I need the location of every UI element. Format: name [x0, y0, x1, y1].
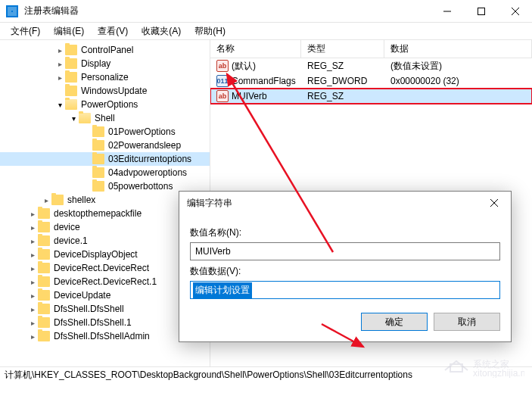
- tree-item-label: DfsShell.DfsShell.1: [53, 317, 132, 328]
- value-name: MUIVerb: [232, 91, 267, 101]
- chevron-right-icon[interactable]: ▸: [27, 223, 38, 232]
- tree-item-label: DeviceUpdate: [53, 290, 110, 301]
- chevron-right-icon[interactable]: ▸: [54, 46, 65, 55]
- tree-item-label: ControlPanel: [80, 45, 133, 55]
- tree-item[interactable]: ▸ControlPanel: [0, 43, 210, 57]
- folder-icon: [38, 235, 50, 246]
- chevron-right-icon[interactable]: ▸: [54, 60, 65, 68]
- list-header: 名称 类型 数据: [210, 40, 532, 58]
- menu-help[interactable]: 帮助(H): [188, 23, 232, 39]
- tree-item[interactable]: 03Editcurrentoptions: [0, 152, 210, 166]
- status-path: 计算机\HKEY_CLASSES_ROOT\DesktopBackground\…: [5, 369, 412, 382]
- value-data-label: 数值数据(V):: [190, 265, 500, 278]
- col-header-data[interactable]: 数据: [384, 40, 532, 58]
- folder-icon: [38, 290, 50, 301]
- chevron-right-icon[interactable]: ▸: [27, 305, 38, 313]
- folder-icon: [38, 263, 50, 273]
- folder-icon: [38, 222, 50, 232]
- ok-button[interactable]: 确定: [361, 313, 428, 331]
- chevron-right-icon[interactable]: ▸: [27, 251, 38, 259]
- reg-string-icon: ab: [216, 90, 229, 102]
- list-row[interactable]: abMUIVerbREG_SZ: [210, 89, 532, 104]
- dialog-close-button[interactable]: [477, 192, 511, 214]
- maximize-button[interactable]: [464, 0, 498, 22]
- value-type: REG_SZ: [301, 61, 384, 71]
- tree-item-label: Personalize: [80, 72, 129, 83]
- value-type: REG_DWORD: [301, 76, 384, 86]
- tree-item[interactable]: 04advpoweroptions: [0, 166, 210, 179]
- folder-icon: [92, 140, 104, 151]
- folder-icon: [92, 126, 104, 137]
- folder-icon: [65, 72, 77, 83]
- tree-item-label: DeviceRect.DeviceRect: [53, 263, 149, 273]
- reg-binary-icon: 011: [216, 75, 229, 87]
- folder-icon: [92, 154, 104, 164]
- chevron-right-icon[interactable]: ▸: [41, 196, 51, 204]
- tree-item[interactable]: 02Powerandsleep: [0, 139, 210, 152]
- folder-icon: [65, 58, 77, 69]
- chevron-right-icon[interactable]: ▸: [27, 291, 38, 300]
- tree-item-label: device.1: [53, 235, 88, 246]
- tree-item-label: 05powerbottons: [107, 181, 173, 192]
- folder-icon: [38, 208, 50, 219]
- dialog-title: 编辑字符串: [187, 197, 232, 210]
- chevron-right-icon[interactable]: ▸: [54, 73, 65, 82]
- tree-item-label: device: [53, 222, 80, 232]
- minimize-button[interactable]: [430, 0, 464, 22]
- chevron-right-icon[interactable]: ▸: [27, 210, 38, 218]
- value-name-input[interactable]: [190, 242, 500, 260]
- chevron-right-icon[interactable]: ▸: [27, 264, 38, 273]
- chevron-right-icon[interactable]: ▸: [27, 278, 38, 286]
- folder-icon: [65, 99, 77, 110]
- chevron-down-icon[interactable]: ▾: [68, 114, 79, 123]
- tree-item-label: DfsShell.DfsShellAdmin: [53, 331, 150, 341]
- col-header-type[interactable]: 类型: [301, 40, 384, 58]
- menu-edit[interactable]: 编辑(E): [48, 23, 90, 39]
- menu-favorites[interactable]: 收藏夹(A): [135, 23, 187, 39]
- titlebar: 注册表编辑器: [0, 0, 532, 23]
- tree-item[interactable]: 01PowerOptions: [0, 125, 210, 139]
- tree-item-label: DeviceDisplayObject: [53, 249, 138, 260]
- folder-icon: [38, 331, 50, 341]
- chevron-right-icon[interactable]: ▸: [27, 237, 38, 245]
- folder-icon: [92, 167, 104, 178]
- value-name-label: 数值名称(N):: [190, 226, 500, 239]
- tree-item-label: WindowsUpdate: [80, 86, 147, 96]
- folder-icon: [38, 249, 50, 260]
- col-header-name[interactable]: 名称: [210, 40, 301, 58]
- tree-item-label: DfsShell.DfsShell: [53, 304, 124, 314]
- folder-icon: [79, 113, 91, 123]
- statusbar: 计算机\HKEY_CLASSES_ROOT\DesktopBackground\…: [0, 366, 532, 383]
- tree-item-label: 04advpoweroptions: [107, 167, 187, 178]
- reg-string-icon: ab: [216, 60, 229, 72]
- tree-item[interactable]: ▸Display: [0, 57, 210, 70]
- close-button[interactable]: [498, 0, 532, 22]
- folder-icon: [38, 317, 50, 328]
- app-icon: [6, 5, 18, 17]
- tree-item-label: DeviceRect.DeviceRect.1: [53, 276, 157, 287]
- tree-item[interactable]: WindowsUpdate: [0, 84, 210, 98]
- chevron-right-icon[interactable]: ▸: [27, 319, 38, 327]
- tree-item[interactable]: ▸Personalize: [0, 70, 210, 84]
- menu-file[interactable]: 文件(F): [5, 23, 46, 39]
- folder-icon: [51, 195, 64, 205]
- folder-icon: [92, 181, 104, 192]
- menubar: 文件(F) 编辑(E) 查看(V) 收藏夹(A) 帮助(H): [0, 23, 532, 39]
- menu-view[interactable]: 查看(V): [92, 23, 134, 39]
- tree-item-label: 02Powerandsleep: [107, 140, 181, 151]
- value-type: REG_SZ: [301, 91, 384, 101]
- edit-string-dialog: 编辑字符串 数值名称(N): 数值数据(V): 编辑计划设置 确定 取消: [179, 191, 512, 342]
- list-row[interactable]: ab(默认)REG_SZ(数值未设置): [210, 58, 532, 73]
- cancel-button[interactable]: 取消: [434, 313, 500, 331]
- tree-item[interactable]: ▾Shell: [0, 111, 210, 125]
- folder-icon: [38, 304, 50, 314]
- chevron-right-icon[interactable]: ▸: [27, 332, 38, 341]
- value-data-input[interactable]: 编辑计划设置: [190, 281, 500, 299]
- list-row[interactable]: 011CommandFlagsREG_DWORD0x00000020 (32): [210, 73, 532, 89]
- value-data: 0x00000020 (32): [384, 76, 532, 86]
- tree-item-label: shellex: [67, 195, 95, 205]
- tree-item-label: Shell: [94, 113, 115, 123]
- folder-icon: [38, 276, 50, 287]
- chevron-down-icon[interactable]: ▾: [54, 101, 65, 109]
- tree-item[interactable]: ▾PowerOptions: [0, 98, 210, 111]
